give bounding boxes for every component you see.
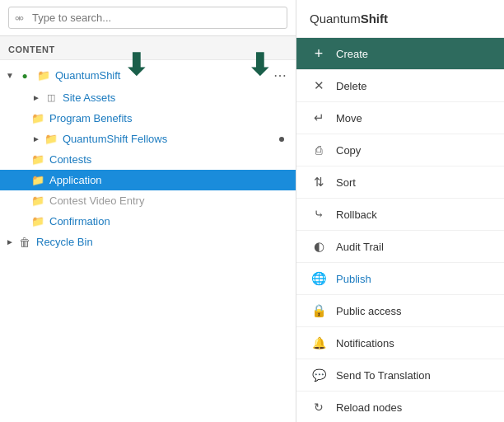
send-to-translation-label: Send To Translation — [336, 369, 431, 382]
sort-label: Sort — [336, 176, 356, 189]
qsf-label: QuantumShift Fellows — [63, 133, 287, 145]
search-bar: ⚮ — [0, 0, 296, 36]
tree-item-recycle-bin[interactable]: ► 🗑 Recycle Bin — [0, 232, 296, 252]
copy-label: Copy — [336, 144, 361, 157]
menu-item-notifications[interactable]: 🔔 Notifications — [296, 327, 504, 359]
folder-icon-application: 📁 — [30, 175, 45, 186]
move-label: Move — [336, 112, 362, 124]
delete-label: Delete — [336, 80, 367, 92]
tree-item-qsf[interactable]: ► 📁 QuantumShift Fellows — [0, 129, 296, 149]
folder-icon-contests: 📁 — [30, 154, 45, 166]
menu-item-delete[interactable]: ✕ Delete — [296, 70, 504, 102]
expand-icon-root: ▼ — [5, 71, 15, 81]
root-dots-menu[interactable]: ⋯ — [273, 68, 287, 83]
bell-icon: 🔔 — [310, 335, 328, 351]
rollback-icon: ⤷ — [310, 206, 328, 223]
right-panel: QuantumShift + Create ✕ Delete ↵ Move ⎙ … — [296, 0, 504, 422]
globe-icon: 🌐 — [310, 270, 328, 287]
content-label: CONTENT ⬇ ⬇ — [0, 36, 296, 60]
program-benefits-label: Program Benefits — [49, 112, 287, 124]
contests-label: Contests — [49, 153, 287, 166]
folder-icon-confirmation: 📁 — [30, 216, 45, 227]
grid-icon: ◫ — [44, 92, 58, 104]
search-input[interactable] — [8, 7, 287, 29]
create-label: Create — [336, 48, 368, 60]
sort-icon: ⇅ — [310, 174, 328, 190]
menu-item-rollback[interactable]: ⤷ Rollback — [296, 199, 504, 231]
tree-item-application[interactable]: 📁 Application — [0, 170, 296, 190]
tree-item-contests[interactable]: 📁 Contests — [0, 149, 296, 170]
notifications-label: Notifications — [336, 337, 394, 349]
publish-label: Publish — [336, 273, 371, 285]
site-assets-label: Site Assets — [63, 91, 287, 104]
tree-item-program-benefits[interactable]: 📁 Program Benefits — [0, 108, 296, 129]
no-expand-video-entry — [18, 196, 28, 206]
reload-icon: ↻ — [310, 399, 328, 415]
move-icon: ↵ — [310, 110, 328, 126]
x-icon: ✕ — [310, 77, 328, 94]
recycle-icon: 🗑 — [17, 237, 32, 248]
folder-icon-root: 📁 — [36, 70, 51, 82]
tree-item-site-assets[interactable]: ► ◫ Site Assets — [0, 87, 296, 108]
expand-icon-qsf: ► — [31, 134, 41, 144]
clock-icon: ◐ — [310, 238, 328, 255]
menu-item-copy[interactable]: ⎙ Copy — [296, 134, 504, 166]
expand-icon-recycle: ► — [5, 237, 15, 247]
tree-item-confirmation[interactable]: 📁 Confirmation — [0, 211, 296, 232]
right-header: QuantumShift — [296, 0, 504, 38]
root-icon: ● — [17, 70, 32, 82]
tree-item-root[interactable]: ▼ ● 📁 QuantumShift ⋯ — [0, 63, 296, 87]
folder-icon-qsf: 📁 — [44, 134, 58, 145]
tree-item-video-entry[interactable]: 📁 Contest Video Entry — [0, 190, 296, 211]
video-entry-label: Contest Video Entry — [49, 195, 287, 207]
menu-item-publish[interactable]: 🌐 Publish — [296, 263, 504, 295]
menu-item-reload-nodes[interactable]: ↻ Reload nodes — [296, 392, 504, 422]
left-panel: ⚮ CONTENT ⬇ ⬇ ▼ ● 📁 QuantumShift ⋯ ► ◫ S… — [0, 0, 296, 422]
audit-trail-label: Audit Trail — [336, 241, 384, 253]
chat-icon: 💬 — [310, 367, 328, 383]
reload-nodes-label: Reload nodes — [336, 401, 402, 414]
folder-icon-video-entry: 📁 — [30, 195, 45, 207]
confirmation-label: Confirmation — [49, 215, 287, 227]
dot-badge-qsf — [279, 137, 284, 142]
root-label: QuantumShift — [55, 69, 273, 82]
menu-item-move[interactable]: ↵ Move — [296, 102, 504, 134]
menu-item-audit-trail[interactable]: ◐ Audit Trail — [296, 231, 504, 263]
application-label: Application — [49, 174, 287, 186]
no-expand-application — [18, 176, 28, 185]
menu-item-public-access[interactable]: 🔒 Public access — [296, 295, 504, 327]
menu-item-send-to-translation[interactable]: 💬 Send To Translation — [296, 359, 504, 392]
public-access-label: Public access — [336, 305, 401, 317]
menu-item-sort[interactable]: ⇅ Sort — [296, 166, 504, 199]
tree-container: ▼ ● 📁 QuantumShift ⋯ ► ◫ Site Assets 📁 P… — [0, 60, 296, 422]
expand-icon-site-assets: ► — [31, 93, 41, 103]
rollback-label: Rollback — [336, 209, 377, 221]
no-expand-program-benefits — [18, 114, 28, 124]
copy-icon: ⎙ — [310, 142, 328, 158]
plus-icon: + — [310, 45, 328, 62]
header-title: QuantumShift — [310, 12, 388, 26]
no-expand-contests — [18, 155, 28, 165]
context-menu-list: + Create ✕ Delete ↵ Move ⎙ Copy ⇅ Sort ⤷… — [296, 38, 504, 422]
no-expand-confirmation — [18, 217, 28, 227]
recycle-bin-label: Recycle Bin — [36, 236, 287, 248]
search-icon: ⚮ — [15, 12, 24, 24]
lock-icon: 🔒 — [310, 302, 328, 319]
folder-icon-program-benefits: 📁 — [30, 113, 45, 124]
menu-item-create[interactable]: + Create — [296, 38, 504, 70]
